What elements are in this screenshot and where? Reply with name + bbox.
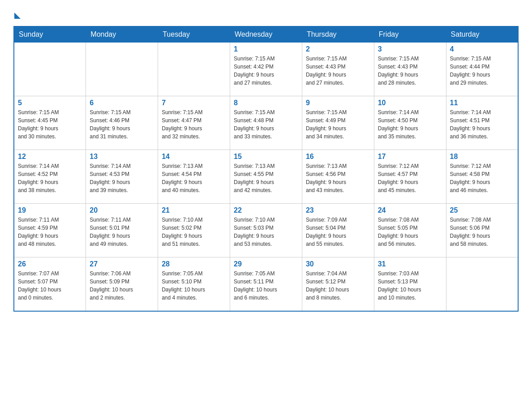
header-cell-sunday: Sunday (14, 26, 86, 43)
day-info: Sunrise: 7:15 AM Sunset: 4:45 PM Dayligh… (18, 108, 82, 141)
day-info: Sunrise: 7:09 AM Sunset: 5:04 PM Dayligh… (306, 216, 370, 248)
day-number: 29 (234, 260, 298, 268)
header-cell-tuesday: Tuesday (158, 26, 230, 43)
day-info: Sunrise: 7:10 AM Sunset: 5:02 PM Dayligh… (162, 216, 226, 248)
day-number: 15 (234, 153, 298, 161)
calendar-cell: 18Sunrise: 7:12 AM Sunset: 4:58 PM Dayli… (446, 150, 518, 204)
calendar-cell: 19Sunrise: 7:11 AM Sunset: 4:59 PM Dayli… (14, 204, 86, 257)
day-number: 4 (450, 45, 514, 53)
day-number: 18 (450, 153, 514, 161)
calendar-cell: 28Sunrise: 7:05 AM Sunset: 5:10 PM Dayli… (158, 257, 230, 311)
day-info: Sunrise: 7:11 AM Sunset: 4:59 PM Dayligh… (18, 216, 82, 248)
calendar-table: SundayMondayTuesdayWednesdayThursdayFrid… (13, 26, 519, 312)
calendar-cell: 12Sunrise: 7:14 AM Sunset: 4:52 PM Dayli… (14, 150, 86, 204)
calendar-body: 1Sunrise: 7:15 AM Sunset: 4:42 PM Daylig… (14, 43, 518, 311)
day-info: Sunrise: 7:14 AM Sunset: 4:51 PM Dayligh… (450, 108, 514, 141)
day-number: 3 (378, 45, 442, 53)
calendar-cell: 22Sunrise: 7:10 AM Sunset: 5:03 PM Dayli… (230, 204, 302, 257)
day-info: Sunrise: 7:06 AM Sunset: 5:09 PM Dayligh… (90, 270, 154, 302)
header-cell-friday: Friday (374, 26, 446, 43)
day-info: Sunrise: 7:13 AM Sunset: 4:55 PM Dayligh… (234, 162, 298, 194)
week-row-3: 12Sunrise: 7:14 AM Sunset: 4:52 PM Dayli… (14, 150, 518, 204)
day-number: 17 (378, 153, 442, 161)
day-info: Sunrise: 7:15 AM Sunset: 4:43 PM Dayligh… (306, 55, 370, 87)
day-number: 13 (90, 153, 154, 161)
calendar-cell: 27Sunrise: 7:06 AM Sunset: 5:09 PM Dayli… (86, 257, 158, 311)
calendar-cell: 25Sunrise: 7:08 AM Sunset: 5:06 PM Dayli… (446, 204, 518, 257)
calendar-cell: 13Sunrise: 7:14 AM Sunset: 4:53 PM Dayli… (86, 150, 158, 204)
day-info: Sunrise: 7:10 AM Sunset: 5:03 PM Dayligh… (234, 216, 298, 248)
day-info: Sunrise: 7:15 AM Sunset: 4:46 PM Dayligh… (90, 108, 154, 141)
day-info: Sunrise: 7:05 AM Sunset: 5:10 PM Dayligh… (162, 270, 226, 302)
day-info: Sunrise: 7:14 AM Sunset: 4:52 PM Dayligh… (18, 162, 82, 194)
calendar-cell: 20Sunrise: 7:11 AM Sunset: 5:01 PM Dayli… (86, 204, 158, 257)
day-number: 20 (90, 206, 154, 214)
day-number: 21 (162, 206, 226, 214)
calendar-cell: 2Sunrise: 7:15 AM Sunset: 4:43 PM Daylig… (302, 43, 374, 96)
calendar-cell: 29Sunrise: 7:05 AM Sunset: 5:11 PM Dayli… (230, 257, 302, 311)
day-number: 30 (306, 260, 370, 268)
calendar-cell: 31Sunrise: 7:03 AM Sunset: 5:13 PM Dayli… (374, 257, 446, 311)
day-number: 6 (90, 99, 154, 107)
week-row-4: 19Sunrise: 7:11 AM Sunset: 4:59 PM Dayli… (14, 204, 518, 257)
page-header (13, 9, 519, 17)
day-number: 11 (450, 99, 514, 107)
calendar-cell: 26Sunrise: 7:07 AM Sunset: 5:07 PM Dayli… (14, 257, 86, 311)
calendar-cell: 4Sunrise: 7:15 AM Sunset: 4:44 PM Daylig… (446, 43, 518, 96)
calendar-cell (446, 257, 518, 311)
day-info: Sunrise: 7:15 AM Sunset: 4:48 PM Dayligh… (234, 108, 298, 141)
day-info: Sunrise: 7:15 AM Sunset: 4:47 PM Dayligh… (162, 108, 226, 141)
day-number: 27 (90, 260, 154, 268)
calendar-cell: 23Sunrise: 7:09 AM Sunset: 5:04 PM Dayli… (302, 204, 374, 257)
day-number: 16 (306, 153, 370, 161)
header-cell-monday: Monday (86, 26, 158, 43)
day-number: 31 (378, 260, 442, 268)
day-number: 25 (450, 206, 514, 214)
calendar-cell: 8Sunrise: 7:15 AM Sunset: 4:48 PM Daylig… (230, 96, 302, 150)
logo (13, 9, 21, 17)
header-cell-saturday: Saturday (446, 26, 518, 43)
calendar-cell: 7Sunrise: 7:15 AM Sunset: 4:47 PM Daylig… (158, 96, 230, 150)
header-cell-wednesday: Wednesday (230, 26, 302, 43)
day-info: Sunrise: 7:13 AM Sunset: 4:54 PM Dayligh… (162, 162, 226, 194)
calendar-cell: 14Sunrise: 7:13 AM Sunset: 4:54 PM Dayli… (158, 150, 230, 204)
day-number: 24 (378, 206, 442, 214)
day-info: Sunrise: 7:08 AM Sunset: 5:06 PM Dayligh… (450, 216, 514, 248)
day-info: Sunrise: 7:15 AM Sunset: 4:42 PM Dayligh… (234, 55, 298, 87)
calendar-header: SundayMondayTuesdayWednesdayThursdayFrid… (14, 26, 518, 43)
calendar-cell: 3Sunrise: 7:15 AM Sunset: 4:43 PM Daylig… (374, 43, 446, 96)
day-info: Sunrise: 7:15 AM Sunset: 4:44 PM Dayligh… (450, 55, 514, 87)
day-info: Sunrise: 7:04 AM Sunset: 5:12 PM Dayligh… (306, 270, 370, 302)
day-number: 5 (18, 99, 82, 107)
day-info: Sunrise: 7:14 AM Sunset: 4:53 PM Dayligh… (90, 162, 154, 194)
day-info: Sunrise: 7:12 AM Sunset: 4:58 PM Dayligh… (450, 162, 514, 194)
calendar-cell: 10Sunrise: 7:14 AM Sunset: 4:50 PM Dayli… (374, 96, 446, 150)
calendar-cell: 1Sunrise: 7:15 AM Sunset: 4:42 PM Daylig… (230, 43, 302, 96)
day-number: 7 (162, 99, 226, 107)
calendar-cell: 5Sunrise: 7:15 AM Sunset: 4:45 PM Daylig… (14, 96, 86, 150)
day-number: 12 (18, 153, 82, 161)
day-info: Sunrise: 7:11 AM Sunset: 5:01 PM Dayligh… (90, 216, 154, 248)
calendar-cell: 9Sunrise: 7:15 AM Sunset: 4:49 PM Daylig… (302, 96, 374, 150)
header-cell-thursday: Thursday (302, 26, 374, 43)
day-info: Sunrise: 7:05 AM Sunset: 5:11 PM Dayligh… (234, 270, 298, 302)
calendar-cell: 21Sunrise: 7:10 AM Sunset: 5:02 PM Dayli… (158, 204, 230, 257)
day-number: 10 (378, 99, 442, 107)
day-info: Sunrise: 7:08 AM Sunset: 5:05 PM Dayligh… (378, 216, 442, 248)
day-number: 9 (306, 99, 370, 107)
day-info: Sunrise: 7:14 AM Sunset: 4:50 PM Dayligh… (378, 108, 442, 141)
calendar-cell (14, 43, 86, 96)
calendar-cell: 6Sunrise: 7:15 AM Sunset: 4:46 PM Daylig… (86, 96, 158, 150)
day-info: Sunrise: 7:15 AM Sunset: 4:43 PM Dayligh… (378, 55, 442, 87)
calendar-cell: 30Sunrise: 7:04 AM Sunset: 5:12 PM Dayli… (302, 257, 374, 311)
day-number: 28 (162, 260, 226, 268)
day-number: 22 (234, 206, 298, 214)
calendar-cell: 15Sunrise: 7:13 AM Sunset: 4:55 PM Dayli… (230, 150, 302, 204)
week-row-2: 5Sunrise: 7:15 AM Sunset: 4:45 PM Daylig… (14, 96, 518, 150)
day-number: 19 (18, 206, 82, 214)
calendar-cell: 16Sunrise: 7:13 AM Sunset: 4:56 PM Dayli… (302, 150, 374, 204)
calendar-cell: 17Sunrise: 7:12 AM Sunset: 4:57 PM Dayli… (374, 150, 446, 204)
day-info: Sunrise: 7:03 AM Sunset: 5:13 PM Dayligh… (378, 270, 442, 302)
day-number: 26 (18, 260, 82, 268)
calendar-cell (158, 43, 230, 96)
